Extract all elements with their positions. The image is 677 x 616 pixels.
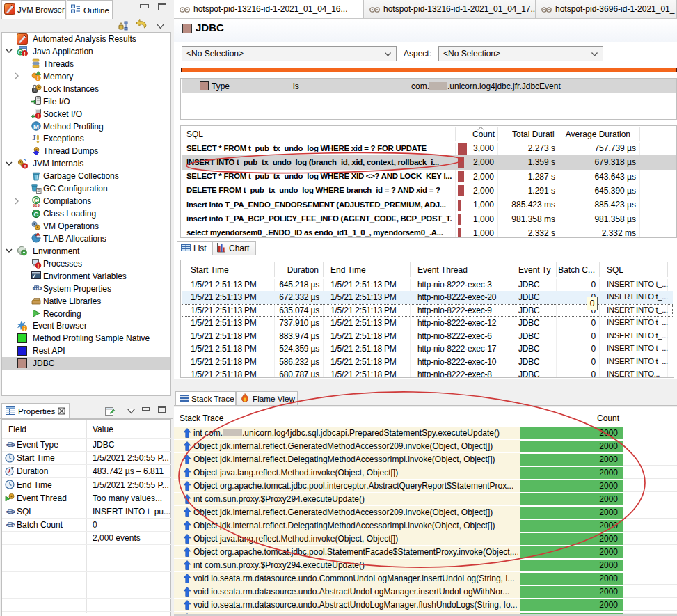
svg-text:010: 010 (33, 203, 40, 207)
svg-text:!: ! (24, 50, 26, 56)
svg-text:>: > (11, 507, 15, 515)
svg-text:C: C (34, 210, 39, 217)
svg-text:!: ! (38, 262, 40, 269)
svg-text:M: M (33, 123, 39, 130)
svg-text:>: > (11, 520, 15, 528)
svg-text:!: ! (38, 113, 40, 119)
svg-text:!: ! (24, 163, 26, 168)
svg-text:J: J (32, 133, 36, 141)
svg-text:>: > (38, 284, 42, 292)
svg-text:>: > (11, 440, 15, 448)
